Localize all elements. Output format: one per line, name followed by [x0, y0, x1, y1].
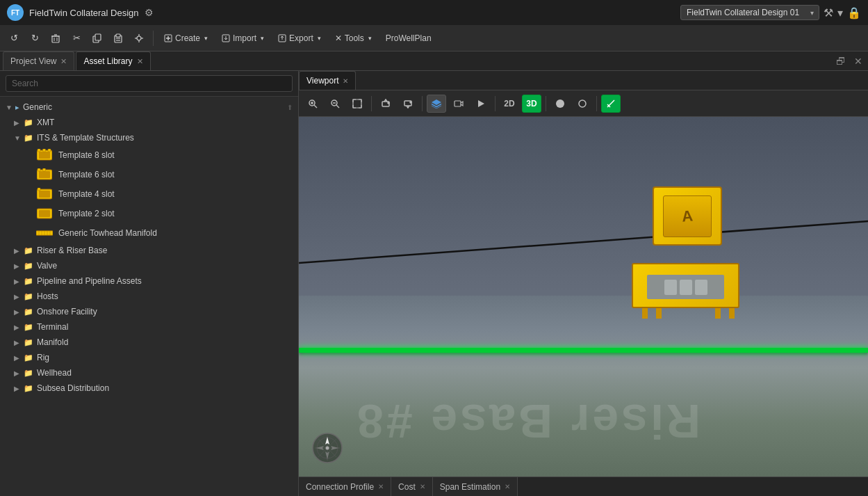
fit-view-button[interactable]: [347, 95, 367, 113]
svg-rect-30: [38, 168, 40, 171]
play-button[interactable]: [471, 95, 491, 113]
expand-icon[interactable]: ▾: [837, 6, 843, 19]
export-menu-button[interactable]: Export ▾: [272, 29, 327, 48]
viewport-tab[interactable]: Viewport ✕: [299, 71, 356, 90]
tree-arrow-riser: ▶: [14, 247, 21, 255]
asset-template-2[interactable]: Template 2 slot: [0, 204, 298, 223]
project-dropdown[interactable]: FieldTwin Collateral Design 01: [680, 5, 819, 20]
measure-button[interactable]: [601, 95, 621, 113]
equip-detail-3: [695, 280, 707, 295]
tree-item-hosts[interactable]: ▶ 📁 Hosts: [0, 289, 298, 304]
svg-point-54: [410, 102, 411, 103]
app-logo: FT: [7, 4, 24, 21]
viewport-tab-bar: Viewport ✕: [299, 71, 868, 90]
zoom-out-button[interactable]: [325, 95, 345, 113]
asset-template-6[interactable]: Template 6 slot: [0, 165, 298, 184]
svg-rect-29: [39, 171, 50, 178]
tree-item-subsea[interactable]: ▶ 📁 Subsea Distribution: [0, 381, 298, 396]
tree-item-onshore[interactable]: ▶ 📁 Onshore Facility: [0, 304, 298, 319]
equip-detail-1: [664, 280, 677, 295]
bottom-tab-span-estimation[interactable]: Span Estimation ✕: [433, 477, 518, 496]
settings-icon[interactable]: ⚙: [145, 7, 154, 18]
cost-tab-close[interactable]: ✕: [420, 483, 425, 490]
equip-leg-3: [715, 308, 721, 319]
collapse-all-icon[interactable]: ⬆: [287, 104, 293, 111]
tree-item-terminal[interactable]: ▶ 📁 Terminal: [0, 319, 298, 335]
camera-down-button[interactable]: [398, 95, 418, 113]
folder-icon-valve: 📁: [24, 262, 33, 271]
tab-asset-library-close[interactable]: ✕: [137, 57, 143, 66]
folder-icon-manifold: 📁: [24, 338, 33, 347]
folder-icon-xmt: 📁: [24, 118, 33, 127]
prowellplan-button[interactable]: ProWellPlan: [379, 29, 438, 48]
tree-item-xmt[interactable]: ▶ 📁 XMT: [0, 115, 298, 130]
svg-line-48: [336, 105, 339, 108]
asset-template-4[interactable]: Template 4 slot: [0, 184, 298, 204]
bottom-tab-cost[interactable]: Cost ✕: [391, 477, 433, 496]
wireframe-button[interactable]: [573, 95, 592, 113]
viewport-tab-close[interactable]: ✕: [343, 77, 348, 85]
3d-button[interactable]: 3D: [522, 95, 541, 113]
video-button[interactable]: [449, 95, 468, 113]
viewport: Viewport ✕: [299, 71, 868, 496]
paste-button[interactable]: [108, 29, 128, 48]
svg-rect-56: [455, 101, 461, 106]
viewport-canvas[interactable]: A Riser Base #8: [299, 117, 868, 477]
layers-button[interactable]: [427, 95, 446, 113]
svg-point-59: [579, 100, 586, 107]
tree-item-its[interactable]: ▼ 📁 ITS & Template Structures: [0, 130, 298, 145]
tree-item-valve[interactable]: ▶ 📁 Valve: [0, 258, 298, 273]
folder-icon-terminal: 📁: [24, 323, 33, 332]
tab-close-panel-button[interactable]: ✕: [851, 56, 865, 67]
asset-template-8[interactable]: Template 8 slot: [0, 145, 298, 165]
tree-arrow-valve: ▶: [14, 262, 21, 270]
folder-icon-subsea: 📁: [24, 384, 33, 393]
tools-menu-button[interactable]: ✕ Tools ▾: [329, 29, 378, 48]
tree-item-riser[interactable]: ▶ 📁 Riser & Riser Base: [0, 243, 298, 258]
vp-sep-4: [546, 96, 546, 111]
redo-button[interactable]: ↻: [25, 29, 44, 48]
shaded-button[interactable]: [550, 95, 570, 113]
svg-rect-0: [52, 36, 59, 42]
tools-icon[interactable]: ⚒: [824, 6, 833, 19]
scene-ground: [299, 296, 868, 477]
tree-item-wellhead[interactable]: ▶ 📁 Wellhead: [0, 365, 298, 381]
zoom-in-button[interactable]: [303, 95, 322, 113]
cut-button[interactable]: ✂: [67, 29, 86, 48]
tree-arrow-pipeline: ▶: [14, 278, 21, 285]
span-estimation-close[interactable]: ✕: [505, 483, 510, 490]
asset-towhead[interactable]: Generic Towhead Manifold: [0, 223, 298, 243]
vp-sep-1: [371, 96, 372, 111]
tree-item-pipeline[interactable]: ▶ 📁 Pipeline and Pipeline Assets: [0, 273, 298, 289]
folder-icon-its: 📁: [24, 134, 33, 143]
copy-button[interactable]: [88, 29, 107, 48]
tree-item-manifold[interactable]: ▶ 📁 Manifold: [0, 335, 298, 350]
tab-restore-button[interactable]: 🗗: [833, 56, 849, 67]
snap-button[interactable]: [129, 29, 149, 48]
equip-label-a: A: [681, 207, 694, 225]
connection-profile-close[interactable]: ✕: [378, 483, 384, 490]
tab-project-view[interactable]: Project View ✕: [3, 51, 74, 70]
lock-icon[interactable]: 🔒: [847, 6, 861, 19]
compass: [311, 432, 343, 464]
folder-icon-onshore: 📁: [24, 307, 33, 317]
folder-icon-generic: ▸: [15, 103, 19, 112]
import-menu-button[interactable]: Import ▾: [215, 29, 270, 48]
undo-button[interactable]: ↺: [4, 29, 24, 48]
folder-icon-rig: 📁: [24, 353, 33, 362]
create-menu-button[interactable]: Create ▾: [158, 29, 214, 48]
delete-button[interactable]: [46, 29, 65, 48]
tree-item-generic[interactable]: ▼ ▸ Generic ⬆: [0, 99, 298, 115]
2d-button[interactable]: 2D: [500, 95, 519, 113]
tab-project-view-close[interactable]: ✕: [60, 57, 67, 66]
tree-arrow-wellhead: ▶: [14, 369, 21, 377]
equip-leg-1: [642, 308, 648, 319]
search-input[interactable]: [6, 75, 293, 92]
left-panel: ▼ ▸ Generic ⬆ ▶ 📁 XMT ▼ 📁 ITS & Template…: [0, 71, 299, 496]
tree-item-rig[interactable]: ▶ 📁 Rig: [0, 350, 298, 365]
bottom-tab-connection-profile[interactable]: Connection Profile ✕: [299, 477, 391, 496]
equip-top-inner: A: [663, 195, 712, 237]
tab-asset-library[interactable]: Asset Library ✕: [76, 51, 150, 70]
camera-up-button[interactable]: [376, 95, 395, 113]
svg-rect-24: [39, 152, 50, 159]
